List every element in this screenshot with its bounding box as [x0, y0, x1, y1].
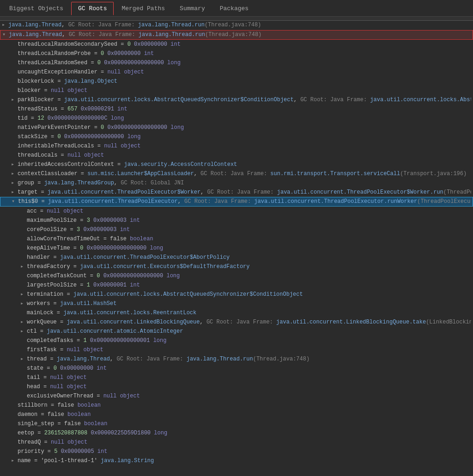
- tree-row[interactable]: allowCoreThreadTimeOut = false boolean: [0, 234, 473, 244]
- expand-icon[interactable]: ▸: [11, 170, 18, 178]
- tree-row[interactable]: completedTasks = 1 0x0000000000000001 lo…: [0, 336, 473, 345]
- tree-row[interactable]: stillborn = false boolean: [0, 401, 473, 410]
- tree-row[interactable]: blockerLock = java.lang.Object: [0, 77, 473, 86]
- row-text: threadStatus = 657 0x00000291 int: [18, 105, 471, 114]
- expand-icon[interactable]: ▸: [20, 299, 27, 308]
- row-text: largestPoolSize = 1 0x00000001 int: [27, 281, 471, 290]
- expand-icon[interactable]: ▸: [11, 188, 18, 197]
- row-text: this$0 = java.util.concurrent.ThreadPool…: [18, 197, 471, 206]
- row-text: name = 'pool-1-thread-1' java.lang.Strin…: [18, 457, 471, 465]
- row-text: contextClassLoader = sun.misc.Launcher$A…: [18, 170, 471, 178]
- tree-row[interactable]: threadQ = null object: [0, 438, 473, 447]
- tree-row[interactable]: threadLocalRandomSeed = 0 0x000000000000…: [0, 58, 473, 67]
- tree-row[interactable]: ▸name = 'pool-1-thread-1' java.lang.Stri…: [0, 456, 473, 465]
- tree-row[interactable]: ▸contextClassLoader = sun.misc.Launcher$…: [0, 169, 473, 178]
- row-text: workers = java.util.HashSet: [27, 299, 471, 308]
- tree-row[interactable]: ▸group = java.lang.ThreadGroup, GC Root:…: [0, 178, 473, 188]
- tree-row[interactable]: nativeParkEventPointer = 0 0x00000000000…: [0, 123, 473, 132]
- row-text: state = 0 0x00000000 int: [27, 364, 471, 373]
- tree-row[interactable]: threadLocalRandomSecondarySeed = 0 0x000…: [0, 40, 473, 49]
- tree-row[interactable]: corePoolSize = 3 0x00000003 int: [0, 225, 473, 234]
- row-text: tail = null object: [27, 373, 471, 382]
- tree-row[interactable]: handler = java.util.concurrent.ThreadPoo…: [0, 253, 473, 262]
- tree-row[interactable]: ▸ctl = java.util.concurrent.atomic.Atomi…: [0, 327, 473, 336]
- tree-row[interactable]: uncaughtExceptionHandler = null object: [0, 67, 473, 77]
- row-text: blockerLock = java.lang.Object: [18, 77, 471, 86]
- tree-row[interactable]: largestPoolSize = 1 0x00000001 int: [0, 281, 473, 290]
- expand-icon[interactable]: ▾: [2, 31, 9, 39]
- column-header: [0, 17, 473, 21]
- tree-row[interactable]: ▾java.lang.Thread, GC Root: Java Frame: …: [0, 30, 473, 40]
- expand-icon[interactable]: ▸: [20, 318, 27, 327]
- row-text: parkBlocker = java.util.concurrent.locks…: [18, 96, 471, 104]
- expand-icon[interactable]: ▸: [11, 457, 18, 465]
- tree-row[interactable]: threadStatus = 657 0x00000291 int: [0, 104, 473, 114]
- expand-icon[interactable]: ▾: [12, 197, 18, 206]
- tree-row[interactable]: head = null object: [0, 382, 473, 391]
- tree-row[interactable]: ▸threadFactory = java.util.concurrent.Ex…: [0, 262, 473, 271]
- tree-row[interactable]: ▸thread = java.lang.Thread, GC Root: Jav…: [0, 354, 473, 364]
- row-text: threadQ = null object: [18, 438, 471, 447]
- tree-row[interactable]: exclusiveOwnerThread = null object: [0, 391, 473, 401]
- row-text: keepAliveTime = 0 0x0000000000000000 lon…: [27, 244, 471, 253]
- row-text: threadLocalRandomSecondarySeed = 0 0x000…: [18, 40, 471, 49]
- row-text: threadFactory = java.util.concurrent.Exe…: [27, 262, 471, 271]
- row-text: allowCoreThreadTimeOut = false boolean: [27, 235, 471, 244]
- expand-icon[interactable]: ▸: [11, 160, 18, 169]
- tree-row[interactable]: mainLock = java.util.concurrent.locks.Re…: [0, 308, 473, 317]
- tree-row[interactable]: threadLocals = null object: [0, 151, 473, 160]
- tree-row[interactable]: single_step = false boolean: [0, 419, 473, 428]
- tree-row[interactable]: ▸inheritedAccessControlContext = java.se…: [0, 160, 473, 169]
- tree-row[interactable]: blocker = null object: [0, 86, 473, 95]
- tree-row[interactable]: state = 0 0x00000000 int: [0, 364, 473, 373]
- expand-icon[interactable]: ▸: [20, 327, 27, 336]
- row-text: single_step = false boolean: [18, 420, 471, 428]
- tree-row[interactable]: stackSize = 0 0x0000000000000000 long: [0, 132, 473, 141]
- tree-row[interactable]: daemon = false boolean: [0, 410, 473, 419]
- tab-summary[interactable]: Summary: [173, 2, 212, 15]
- tree-row[interactable]: ▾this$0 = java.util.concurrent.ThreadPoo…: [0, 197, 473, 207]
- row-text: stillborn = false boolean: [18, 401, 471, 410]
- row-text: termination = java.util.concurrent.locks…: [27, 290, 471, 299]
- row-text: uncaughtExceptionHandler = null object: [18, 68, 471, 77]
- row-text: firstTask = null object: [27, 346, 471, 354]
- tree-row[interactable]: ▸parkBlocker = java.util.concurrent.lock…: [0, 95, 473, 104]
- row-text: blocker = null object: [18, 86, 471, 95]
- tree-row[interactable]: threadLocalRandomProbe = 0 0x00000000 in…: [0, 49, 473, 58]
- tree-row[interactable]: ▸termination = java.util.concurrent.lock…: [0, 290, 473, 299]
- tree-row[interactable]: acc = null object: [0, 207, 473, 216]
- tree-row[interactable]: inheritableThreadLocals = null object: [0, 141, 473, 151]
- tree-row[interactable]: firstTask = null object: [0, 345, 473, 354]
- row-text: inheritedAccessControlContext = java.sec…: [18, 160, 471, 169]
- expand-icon[interactable]: ▸: [20, 262, 27, 271]
- tree-row[interactable]: tid = 12 0x000000000000000C long: [0, 114, 473, 123]
- tree-row[interactable]: ▸target = java.util.concurrent.ThreadPoo…: [0, 188, 473, 197]
- tab-biggest-objects[interactable]: Biggest Objects: [2, 2, 70, 15]
- expand-icon[interactable]: ▸: [2, 21, 8, 30]
- row-text: java.lang.Thread, GC Root: Java Frame: j…: [8, 21, 471, 30]
- tab-packages[interactable]: Packages: [213, 2, 255, 15]
- row-text: threadLocals = null object: [18, 151, 471, 160]
- row-text: ctl = java.util.concurrent.atomic.Atomic…: [27, 327, 471, 336]
- tab-merged-paths[interactable]: Merged Paths: [115, 2, 172, 15]
- tree-row[interactable]: ▸java.lang.Thread, GC Root: Java Frame: …: [0, 21, 473, 30]
- tree-row[interactable]: tail = null object: [0, 373, 473, 382]
- expand-icon[interactable]: ▸: [11, 96, 18, 104]
- tree-row[interactable]: completedTaskCount = 0 0x000000000000000…: [0, 271, 473, 281]
- tree-row[interactable]: maximumPoolSize = 3 0x00000003 int: [0, 216, 473, 225]
- row-text: mainLock = java.util.concurrent.locks.Re…: [27, 309, 471, 317]
- tree-row[interactable]: eetop = 2361520887808 0x00000225D59D1800…: [0, 428, 473, 438]
- expand-icon[interactable]: ▸: [11, 179, 18, 188]
- tree-row[interactable]: ▸workQueue = java.util.concurrent.Linked…: [0, 317, 473, 327]
- row-text: group = java.lang.ThreadGroup, GC Root: …: [18, 179, 471, 188]
- tree-row[interactable]: ▸workers = java.util.HashSet: [0, 299, 473, 308]
- row-text: workQueue = java.util.concurrent.LinkedB…: [27, 318, 471, 327]
- expand-icon[interactable]: ▸: [20, 355, 27, 364]
- tree-row[interactable]: keepAliveTime = 0 0x0000000000000000 lon…: [0, 244, 473, 253]
- row-text: daemon = false boolean: [18, 410, 471, 419]
- row-text: head = null object: [27, 383, 471, 391]
- expand-icon[interactable]: ▸: [20, 290, 27, 299]
- tree-row[interactable]: priority = 5 0x00000005 int: [0, 447, 473, 456]
- tab-gc-roots[interactable]: GC Roots: [71, 2, 114, 15]
- row-text: exclusiveOwnerThread = null object: [27, 392, 471, 401]
